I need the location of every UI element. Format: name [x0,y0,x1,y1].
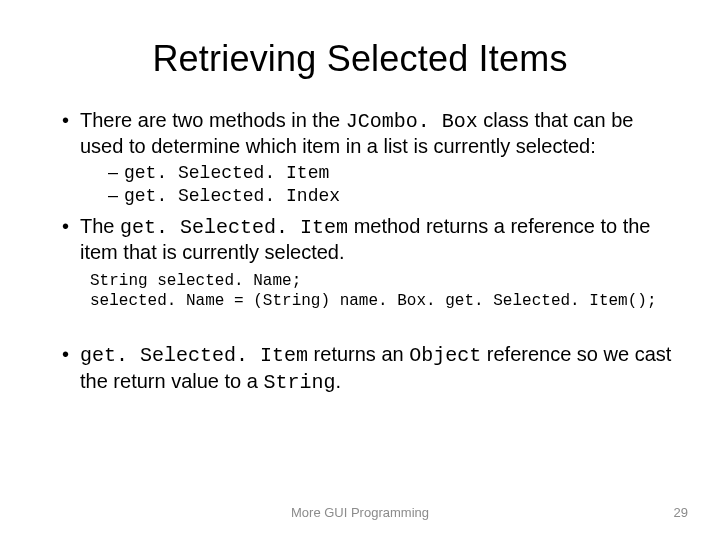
slide-body: There are two methods in the JCombo. Box… [48,108,672,395]
code-line-1: String selected. Name; [90,272,301,290]
bullet-3-code-2: Object [409,344,481,367]
code-block: String selected. Name; selected. Name = … [48,271,672,313]
bullet-2-code: get. Selected. Item [120,216,348,239]
bullet-1-sub-1: get. Selected. Item [108,161,672,185]
bullet-3-end: . [335,370,341,392]
bullet-1-code: JCombo. Box [346,110,478,133]
page-number: 29 [674,505,688,520]
code-line-2: selected. Name = (String) name. Box. get… [90,292,657,310]
bullet-1-text-pre: There are two methods in the [80,109,346,131]
bullet-1: There are two methods in the JCombo. Box… [62,108,672,208]
bullet-2-text-pre: The [80,215,120,237]
bullet-1-sub-2: get. Selected. Index [108,184,672,208]
footer-center: More GUI Programming [0,505,720,520]
bullet-3-code-3: String [263,371,335,394]
bullet-1-sub-1-code: get. Selected. Item [124,163,329,183]
bullet-3-mid-1: returns an [308,343,409,365]
bullet-1-sub-2-code: get. Selected. Index [124,186,340,206]
slide-title: Retrieving Selected Items [48,38,672,80]
bullet-3: get. Selected. Item returns an Object re… [62,342,672,395]
bullet-3-code-1: get. Selected. Item [80,344,308,367]
bullet-2: The get. Selected. Item method returns a… [62,214,672,265]
